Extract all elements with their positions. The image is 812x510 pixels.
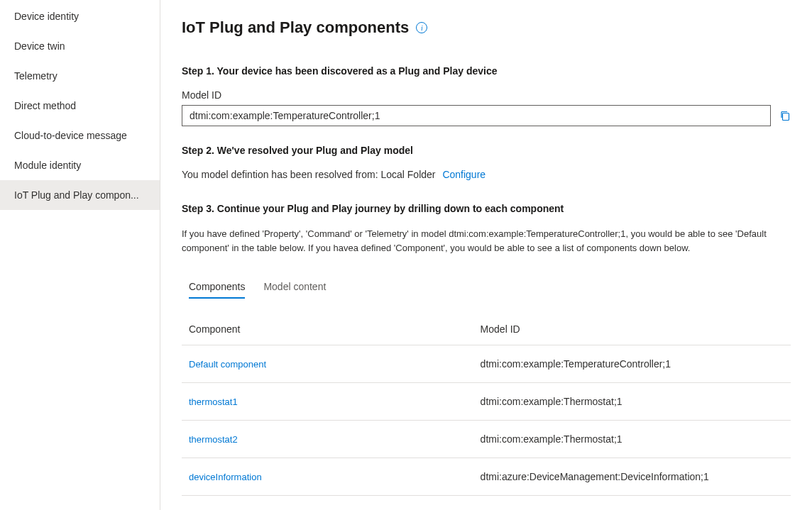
sidebar-item-direct-method[interactable]: Direct method (0, 91, 160, 121)
tab-components[interactable]: Components (189, 275, 245, 298)
component-model-id: dtmi:com:example:TemperatureController;1 (481, 358, 784, 370)
table-row: thermostat1 dtmi:com:example:Thermostat;… (182, 383, 791, 421)
page-title-row: IoT Plug and Play components i (182, 18, 791, 37)
page-title: IoT Plug and Play components (182, 18, 409, 37)
table-row: thermostat2 dtmi:com:example:Thermostat;… (182, 421, 791, 458)
th-model-id: Model ID (481, 323, 784, 335)
component-model-id: dtmi:com:example:Thermostat;1 (481, 396, 784, 407)
sidebar-item-telemetry[interactable]: Telemetry (0, 61, 160, 91)
table-row: deviceInformation dtmi:azure:DeviceManag… (182, 458, 791, 496)
step2-resolved-row: You model defintion has been resolved fr… (182, 169, 791, 180)
sidebar-item-cloud-to-device-message[interactable]: Cloud-to-device message (0, 121, 160, 150)
info-icon[interactable]: i (416, 22, 427, 33)
step3-heading: Step 3. Continue your Plug and Play jour… (182, 203, 791, 214)
model-id-input[interactable] (182, 105, 771, 126)
model-id-label: Model ID (182, 89, 791, 101)
sidebar-item-iot-plug-and-play[interactable]: IoT Plug and Play compon... (0, 180, 160, 210)
component-link[interactable]: thermostat1 (189, 397, 481, 407)
component-link[interactable]: thermostat2 (189, 434, 481, 445)
step1-heading: Step 1. Your device has been discovered … (182, 65, 791, 77)
table-header: Component Model ID (182, 316, 791, 345)
component-link[interactable]: deviceInformation (189, 472, 481, 482)
step2-resolved-text: You model defintion has been resolved fr… (182, 169, 435, 180)
sidebar-item-device-twin[interactable]: Device twin (0, 31, 160, 61)
tabs: Components Model content (182, 275, 791, 298)
sidebar-item-module-identity[interactable]: Module identity (0, 150, 160, 180)
step3-info-text: If you have defined 'Property', 'Command… (182, 227, 791, 255)
sidebar: Device identity Device twin Telemetry Di… (0, 0, 160, 510)
main-content: IoT Plug and Play components i Step 1. Y… (160, 0, 812, 510)
table-row: Default component dtmi:com:example:Tempe… (182, 345, 791, 383)
configure-link[interactable]: Configure (442, 169, 485, 180)
copy-icon[interactable] (779, 110, 791, 121)
components-table: Component Model ID Default component dtm… (182, 316, 791, 496)
svg-rect-0 (783, 113, 789, 121)
component-link[interactable]: Default component (189, 359, 481, 370)
step2-heading: Step 2. We've resolved your Plug and Pla… (182, 145, 791, 156)
sidebar-item-device-identity[interactable]: Device identity (0, 1, 160, 31)
th-component: Component (189, 323, 481, 335)
component-model-id: dtmi:azure:DeviceManagement:DeviceInform… (481, 471, 784, 482)
tab-model-content[interactable]: Model content (263, 275, 326, 298)
model-id-row (182, 105, 791, 126)
component-model-id: dtmi:com:example:Thermostat;1 (481, 433, 784, 445)
